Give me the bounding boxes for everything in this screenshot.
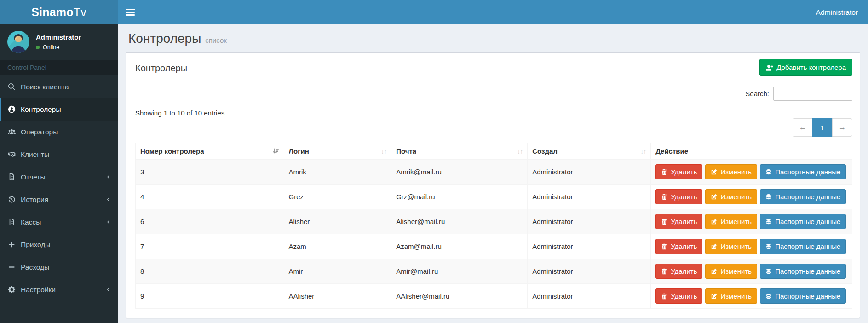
cell-email: Azam@mail.ru: [391, 234, 528, 259]
sidebar-item-reports[interactable]: Отчеты: [0, 166, 118, 188]
online-dot-icon: [36, 46, 40, 49]
page-subtitle: список: [205, 36, 227, 44]
pagination-page-1-button[interactable]: 1: [812, 118, 833, 137]
sidebar-item-expenses[interactable]: Расходы: [0, 256, 118, 278]
delete-button[interactable]: Удалить: [655, 288, 702, 304]
edit-button[interactable]: Изменить: [705, 239, 757, 254]
sidebar-item-cash[interactable]: Кассы: [0, 211, 118, 233]
handshake-icon: [7, 150, 16, 159]
column-header[interactable]: Создал ↓↑: [528, 143, 651, 160]
sidebar-item-label: Контролеры: [21, 105, 61, 114]
sidebar-item-label: Отчеты: [21, 173, 46, 181]
column-header-label: Создал: [532, 147, 558, 155]
sidebar-item-clients[interactable]: Клиенты: [0, 143, 118, 166]
column-header-label: Номер контролера: [140, 147, 204, 155]
edit-button[interactable]: Изменить: [705, 288, 757, 304]
delete-button[interactable]: Удалить: [655, 214, 702, 229]
cell-email: Amir@mail.ru: [391, 259, 528, 284]
top-navbar: Administrator: [118, 0, 868, 24]
search-label: Search:: [745, 90, 769, 98]
passport-button[interactable]: Паспортные данные: [760, 214, 846, 229]
content: Контролерысписок Контролеры Добавить кон…: [118, 24, 868, 318]
passport-button[interactable]: Паспортные данные: [760, 288, 846, 304]
database-icon: [765, 293, 772, 300]
cell-email: Amrik@mail.ru: [391, 160, 528, 185]
passport-button[interactable]: Паспортные данные: [760, 264, 846, 279]
column-header[interactable]: Почта ↓↑: [391, 143, 528, 160]
cell-created-by: Administrator: [528, 185, 651, 209]
cell-email: AAlisher@mail.ru: [391, 284, 528, 309]
database-icon: [765, 219, 772, 225]
file-icon: [7, 218, 16, 226]
pagination-prev-button[interactable]: ←: [793, 118, 813, 137]
edit-icon: [711, 268, 717, 275]
delete-button[interactable]: Удалить: [655, 264, 702, 279]
delete-button-label: Удалить: [671, 267, 697, 275]
sidebar-item-incomes[interactable]: Приходы: [0, 233, 118, 256]
add-controller-button[interactable]: Добавить контролера: [759, 59, 852, 76]
sidebar-item-operators[interactable]: Операторы: [0, 121, 118, 143]
pagination-next-button[interactable]: →: [832, 118, 852, 137]
edit-button[interactable]: Изменить: [705, 214, 757, 229]
sidebar-user-panel: Administrator Online: [0, 24, 118, 60]
passport-button[interactable]: Паспортные данные: [760, 239, 846, 254]
brand-bold: Sinamo: [31, 6, 74, 19]
delete-button-label: Удалить: [671, 242, 697, 250]
sort-icon: ↓↑: [381, 148, 386, 155]
passport-button-label: Паспортные данные: [775, 193, 840, 201]
search-input[interactable]: [773, 87, 852, 101]
controllers-box: Контролеры Добавить контролера Search: S…: [126, 52, 860, 318]
edit-button[interactable]: Изменить: [705, 164, 757, 179]
trash-icon: [661, 194, 667, 200]
sort-icon: ↓↑: [640, 148, 646, 155]
column-header-label: Действие: [655, 147, 688, 155]
arrow-left-icon: ←: [799, 123, 806, 132]
delete-button[interactable]: Удалить: [655, 164, 702, 179]
passport-button-label: Паспортные данные: [775, 168, 840, 176]
table-row: 4 Grez Grz@mail.ru Administrator Удалить…: [136, 185, 852, 209]
edit-button[interactable]: Изменить: [705, 264, 757, 279]
trash-icon: [661, 243, 667, 250]
sidebar-item-history[interactable]: История: [0, 188, 118, 211]
cell-actions: Удалить Изменить Паспортные данные: [651, 185, 852, 209]
delete-button[interactable]: Удалить: [655, 239, 702, 254]
table-header-row: Номер контролера Логин ↓↑ Почта ↓↑ Созда…: [136, 143, 852, 160]
passport-button[interactable]: Паспортные данные: [760, 164, 846, 179]
cell-actions: Удалить Изменить Паспортные данные: [651, 259, 852, 284]
passport-button-label: Паспортные данные: [775, 292, 840, 300]
navbar-user-menu[interactable]: Administrator: [816, 8, 868, 17]
sidebar-item-label: Настройки: [21, 286, 56, 294]
cell-email: Alisher@mail.ru: [391, 209, 528, 234]
sidebar-item-controllers[interactable]: Контролеры: [0, 98, 118, 121]
gear-icon: [7, 286, 16, 294]
trash-icon: [661, 169, 667, 175]
brand-logo[interactable]: SinamoTv: [0, 0, 118, 24]
edit-button-label: Изменить: [720, 193, 752, 201]
application-window: SinamoTv Administrator Online Control Pa…: [0, 0, 868, 323]
cell-email: Grz@mail.ru: [391, 185, 528, 209]
minus-icon: [7, 263, 16, 271]
edit-icon: [711, 243, 717, 250]
delete-button[interactable]: Удалить: [655, 189, 702, 204]
user-status[interactable]: Online: [36, 44, 81, 51]
sidebar-user-name: Administrator: [36, 33, 81, 41]
arrow-right-icon: →: [839, 123, 846, 132]
sidebar-item-search-client[interactable]: Поиск клиента: [0, 75, 118, 98]
column-header[interactable]: Логин ↓↑: [284, 143, 391, 160]
sidebar-item-settings[interactable]: Настройки: [0, 278, 118, 301]
column-header[interactable]: Номер контролера: [136, 143, 284, 160]
cell-number: 7: [136, 234, 284, 259]
column-header-label: Логин: [289, 147, 309, 155]
hamburger-icon[interactable]: [118, 0, 143, 24]
passport-button[interactable]: Паспортные данные: [760, 189, 846, 204]
cell-created-by: Administrator: [528, 209, 651, 234]
cell-actions: Удалить Изменить Паспортные данные: [651, 209, 852, 234]
sort-icon: ↓↑: [517, 148, 523, 155]
edit-icon: [711, 293, 717, 300]
edit-button[interactable]: Изменить: [705, 189, 757, 204]
sidebar-item-label: Приходы: [21, 241, 50, 249]
table-row: 8 Amir Amir@mail.ru Administrator Удалит…: [136, 259, 852, 284]
passport-button-label: Паспортные данные: [775, 242, 840, 250]
column-header-label: Почта: [396, 147, 416, 155]
edit-button-label: Изменить: [720, 218, 752, 225]
